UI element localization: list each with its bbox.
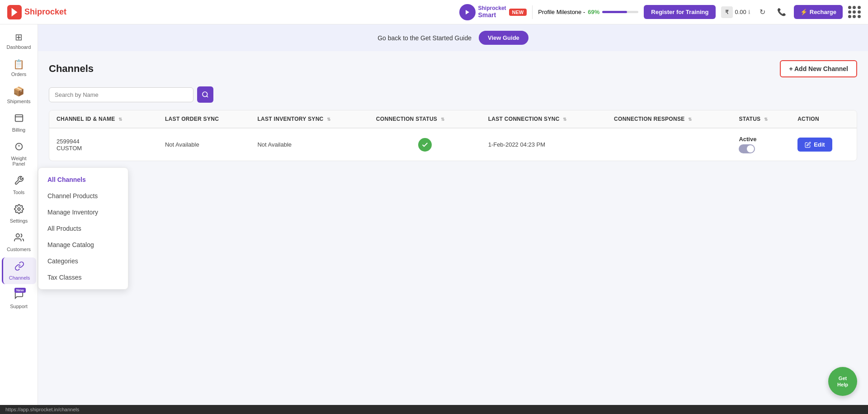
recharge-bolt-icon: ⚡ [800, 9, 807, 15]
sidebar-label-shipments: Shipments [7, 99, 31, 104]
get-help-line2: Help [837, 381, 848, 388]
sidebar-label-customers: Customers [7, 247, 31, 252]
sidebar-item-shipments[interactable]: 📦 Shipments [2, 82, 36, 108]
status-bar: https://app.shiprocket.in/channels [0, 405, 868, 414]
sidebar-item-orders[interactable]: 📋 Orders [2, 55, 36, 81]
guide-banner-text: Go back to the Get Started Guide [377, 34, 472, 42]
sidebar-label-orders: Orders [11, 71, 27, 77]
customers-icon [14, 233, 24, 245]
svg-line-10 [207, 96, 208, 97]
weight-panel-icon [14, 142, 24, 154]
svg-point-9 [203, 92, 208, 97]
profile-milestone: Profile Milestone - 69% [538, 9, 638, 15]
dropdown-item-all-products[interactable]: All Products [38, 220, 128, 237]
tools-icon [14, 176, 24, 188]
dropdown-item-all-channels[interactable]: All Channels [38, 171, 128, 188]
guide-banner: Go back to the Get Started Guide View Gu… [38, 24, 868, 51]
sort-icon-status: ⇅ [764, 117, 768, 122]
svg-point-7 [18, 208, 20, 210]
get-help-button[interactable]: Get Help [828, 367, 857, 396]
register-training-button[interactable]: Register for Training [644, 5, 716, 19]
sidebar-item-support[interactable]: New Support [2, 286, 36, 313]
connection-ok-icon [418, 138, 432, 152]
sidebar-item-settings[interactable]: Settings [2, 200, 36, 227]
support-new-badge: New [14, 288, 25, 293]
dashboard-icon: ⊞ [15, 32, 23, 43]
shipments-icon: 📦 [13, 86, 24, 97]
col-last-inventory-sync: Last Inventory Sync ⇅ [250, 110, 368, 128]
billing-icon [14, 113, 24, 125]
page-content: Channels + Add New Channel [38, 51, 868, 405]
grid-menu-icon[interactable] [848, 6, 861, 18]
sidebar-label-support: Support [10, 304, 28, 309]
status-bar-url: https://app.shiprocket.in/channels [5, 407, 79, 412]
logo[interactable]: Shiprocket [7, 5, 66, 19]
page-title: Channels [49, 63, 94, 75]
orders-icon: 📋 [13, 59, 24, 70]
col-last-connection-sync: Last Connection Sync ⇅ [481, 110, 607, 128]
search-button[interactable] [197, 86, 213, 103]
cell-last-connection-sync: 1-Feb-2022 04:23 PM [481, 128, 607, 161]
smart-text: Shiprocket Smart [478, 5, 506, 19]
channel-id: 2599944 [57, 138, 151, 145]
sort-icon-connection-response: ⇅ [688, 117, 692, 122]
search-bar [49, 86, 857, 103]
sidebar-label-weight-panel: Weight Panel [6, 156, 32, 167]
dropdown-item-manage-catalog[interactable]: Manage Catalog [38, 237, 128, 253]
settings-icon [14, 204, 24, 216]
cell-channel-id: 2599944 CUSTOM [49, 128, 158, 161]
col-action: Action [790, 110, 857, 128]
status-toggle[interactable] [739, 144, 755, 153]
sidebar-item-customers[interactable]: Customers [2, 229, 36, 256]
sidebar-item-tools[interactable]: Tools [2, 172, 36, 199]
sidebar-label-tools: Tools [13, 190, 25, 195]
milestone-percent: 69% [588, 9, 599, 15]
phone-icon[interactable]: 📞 [775, 5, 788, 19]
col-last-order-sync: Last Order Sync [158, 110, 250, 128]
cell-connection-response [607, 128, 731, 161]
dropdown-item-tax-classes[interactable]: Tax Classes [38, 269, 128, 286]
search-input-wrap [49, 87, 193, 102]
recharge-button[interactable]: ⚡ Recharge [794, 5, 843, 19]
search-input[interactable] [49, 87, 193, 102]
milestone-bar [602, 11, 638, 13]
smart-play-icon [459, 4, 476, 20]
sort-icon-inventory: ⇅ [327, 117, 330, 122]
dropdown-item-categories[interactable]: Categories [38, 253, 128, 269]
sidebar-item-weight-panel[interactable]: Weight Panel [2, 138, 36, 170]
channels-dropdown-menu: All Channels Channel Products Manage Inv… [38, 167, 128, 290]
balance-display: ₹ 0.00 ℹ [721, 6, 750, 18]
table-header-row: CHANNEL ID & NAME ⇅ Last Order Sync Last… [49, 110, 857, 128]
sidebar-label-channels: Channels [9, 275, 30, 281]
support-icon [14, 291, 24, 301]
sidebar-item-billing[interactable]: Billing [2, 109, 36, 136]
info-icon: ℹ [748, 9, 750, 15]
page-header: Channels + Add New Channel [49, 60, 857, 77]
sidebar-label-billing: Billing [12, 127, 25, 133]
edit-button[interactable]: Edit [797, 138, 832, 152]
channels-icon [14, 261, 24, 273]
table-row: 2599944 CUSTOM Not Available Not Availab… [49, 128, 857, 161]
col-status: Status ⇅ [731, 110, 790, 128]
dropdown-item-channel-products[interactable]: Channel Products [38, 188, 128, 204]
support-badge: New [14, 290, 24, 302]
dropdown-item-manage-inventory[interactable]: Manage Inventory [38, 204, 128, 220]
sidebar-label-dashboard: Dashboard [7, 44, 31, 50]
status-active-label: Active [739, 136, 783, 143]
search-icon [202, 91, 209, 98]
cell-status: Active [731, 128, 790, 161]
sidebar-item-dashboard[interactable]: ⊞ Dashboard [2, 28, 36, 53]
rupee-icon: ₹ [721, 6, 733, 18]
view-guide-button[interactable]: View Guide [479, 31, 528, 45]
add-new-channel-button[interactable]: + Add New Channel [780, 60, 857, 77]
cell-action: Edit [790, 128, 857, 161]
divider [532, 5, 533, 19]
brand-name: Shiprocket [24, 7, 66, 17]
col-connection-response: Connection Response ⇅ [607, 110, 731, 128]
sort-icon-channel-id: ⇅ [118, 117, 122, 122]
refresh-icon[interactable]: ↻ [756, 5, 769, 19]
sidebar-item-channels[interactable]: Channels [2, 257, 36, 284]
sort-icon-connection-status: ⇅ [441, 117, 444, 122]
channels-table: CHANNEL ID & NAME ⇅ Last Order Sync Last… [49, 110, 857, 161]
milestone-fill [602, 11, 627, 13]
